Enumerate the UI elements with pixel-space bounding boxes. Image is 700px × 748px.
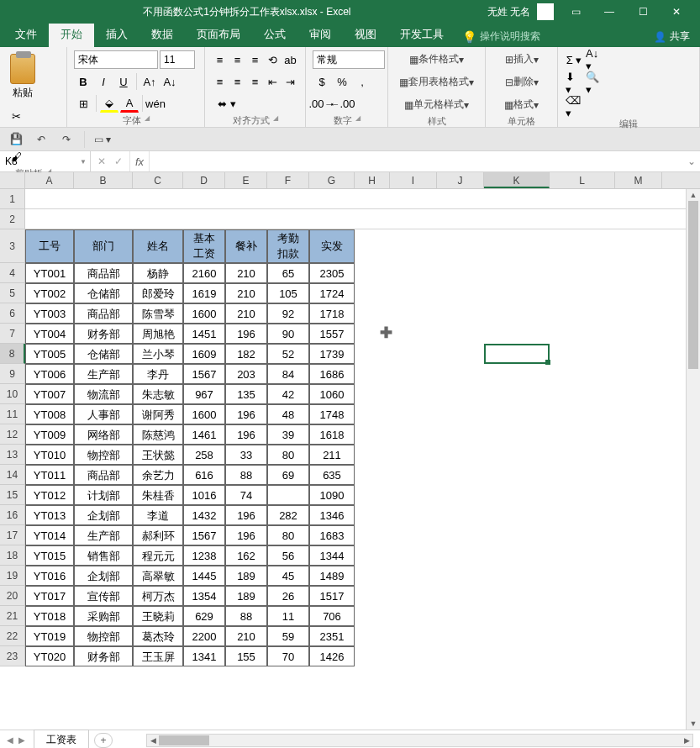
table-cell[interactable]: YT017 bbox=[25, 586, 74, 606]
table-cell[interactable]: 仓储部 bbox=[74, 283, 133, 303]
table-cell[interactable]: 计划部 bbox=[74, 485, 133, 505]
row-header[interactable]: 13 bbox=[0, 445, 25, 465]
row-header[interactable]: 12 bbox=[0, 424, 25, 445]
increase-indent-icon[interactable]: ⇥ bbox=[282, 72, 298, 91]
table-cell[interactable]: 88 bbox=[225, 606, 267, 626]
italic-icon[interactable]: I bbox=[94, 72, 113, 91]
table-cell[interactable]: 56 bbox=[267, 545, 309, 566]
format-cells-button[interactable]: ▦ 格式 ▾ bbox=[492, 96, 550, 113]
table-cell[interactable]: 135 bbox=[225, 384, 267, 404]
tab-data[interactable]: 数据 bbox=[139, 22, 185, 47]
table-cell[interactable]: 1238 bbox=[183, 545, 225, 566]
table-cell[interactable]: 1451 bbox=[183, 324, 225, 344]
cell-styles-button[interactable]: ▦ 单元格样式 ▾ bbox=[395, 96, 478, 113]
table-cell[interactable]: 2351 bbox=[309, 626, 355, 646]
table-header[interactable]: 餐补 bbox=[225, 229, 267, 263]
table-cell[interactable]: 网络部 bbox=[74, 424, 133, 445]
table-cell[interactable]: 80 bbox=[267, 445, 309, 465]
fx-icon[interactable]: fx bbox=[130, 151, 150, 171]
table-cell[interactable]: 90 bbox=[267, 324, 309, 344]
table-cell[interactable]: YT020 bbox=[25, 646, 74, 666]
table-cell[interactable]: 196 bbox=[225, 424, 267, 445]
sort-filter-icon[interactable]: A↓ ▾ bbox=[585, 50, 603, 69]
expand-formula-icon[interactable]: ⌄ bbox=[683, 151, 700, 171]
table-cell[interactable]: 李道 bbox=[133, 505, 183, 525]
table-cell[interactable]: 1426 bbox=[309, 646, 355, 666]
font-color-icon[interactable]: A bbox=[120, 94, 139, 113]
save-icon[interactable]: 💾 bbox=[7, 130, 25, 149]
table-cell[interactable]: 1683 bbox=[309, 525, 355, 545]
scroll-up-icon[interactable]: ▲ bbox=[687, 189, 700, 201]
table-cell[interactable]: 陈慈鸿 bbox=[133, 424, 183, 445]
insert-cells-button[interactable]: ⊞ 插入 ▾ bbox=[492, 50, 550, 68]
row-header[interactable]: 14 bbox=[0, 465, 25, 485]
table-cell[interactable]: 84 bbox=[267, 364, 309, 384]
table-cell[interactable]: 企划部 bbox=[74, 566, 133, 586]
table-cell[interactable]: 销售部 bbox=[74, 545, 133, 566]
align-center-icon[interactable]: ≡ bbox=[229, 72, 245, 91]
align-middle-icon[interactable]: ≡ bbox=[229, 50, 245, 69]
increase-font-icon[interactable]: A↑ bbox=[140, 72, 159, 91]
table-cell[interactable]: YT011 bbox=[25, 465, 74, 485]
table-cell[interactable]: 210 bbox=[225, 263, 267, 283]
underline-icon[interactable]: U bbox=[114, 72, 133, 91]
row-header[interactable]: 15 bbox=[0, 485, 25, 505]
table-cell[interactable]: 210 bbox=[225, 283, 267, 303]
table-cell[interactable]: YT010 bbox=[25, 445, 74, 465]
table-cell[interactable]: 189 bbox=[225, 566, 267, 586]
table-cell[interactable]: 企划部 bbox=[74, 505, 133, 525]
table-cell[interactable]: 69 bbox=[267, 465, 309, 485]
maximize-icon[interactable]: ☐ bbox=[626, 0, 660, 24]
align-right-icon[interactable]: ≡ bbox=[247, 72, 263, 91]
table-cell[interactable]: 王玉屏 bbox=[133, 646, 183, 666]
tab-review[interactable]: 审阅 bbox=[297, 22, 343, 47]
table-cell[interactable]: 155 bbox=[225, 646, 267, 666]
table-cell[interactable]: 74 bbox=[225, 485, 267, 505]
vertical-scrollbar[interactable]: ▲ ▼ bbox=[686, 189, 700, 730]
tell-me-search[interactable]: 💡操作说明搜索 bbox=[455, 26, 547, 47]
table-cell[interactable]: 88 bbox=[225, 465, 267, 485]
col-header-F[interactable]: F bbox=[267, 172, 309, 188]
table-cell[interactable]: 宣传部 bbox=[74, 586, 133, 606]
table-cell[interactable]: YT015 bbox=[25, 545, 74, 566]
align-left-icon[interactable]: ≡ bbox=[212, 72, 228, 91]
table-cell[interactable]: 2200 bbox=[183, 626, 225, 646]
table-cell[interactable]: 1600 bbox=[183, 404, 225, 424]
orientation-icon[interactable]: ⟲ bbox=[265, 50, 281, 69]
formula-input[interactable] bbox=[150, 151, 683, 171]
table-cell[interactable]: 1461 bbox=[183, 424, 225, 445]
table-cell[interactable]: 1432 bbox=[183, 505, 225, 525]
table-cell[interactable]: 1557 bbox=[309, 324, 355, 344]
add-sheet-icon[interactable]: + bbox=[94, 733, 113, 748]
table-cell[interactable]: 1724 bbox=[309, 283, 355, 303]
col-header-D[interactable]: D bbox=[183, 172, 225, 188]
table-cell[interactable]: 朱桂香 bbox=[133, 485, 183, 505]
table-cell[interactable]: 92 bbox=[267, 303, 309, 324]
phonetic-icon[interactable]: wén bbox=[146, 94, 165, 113]
paste-button[interactable]: 粘贴 bbox=[7, 50, 39, 103]
table-cell[interactable]: 财务部 bbox=[74, 324, 133, 344]
dialog-launcher-icon[interactable]: ◢ bbox=[145, 114, 150, 127]
table-cell[interactable]: 1060 bbox=[309, 384, 355, 404]
table-cell[interactable]: 1718 bbox=[309, 303, 355, 324]
table-cell[interactable]: YT004 bbox=[25, 324, 74, 344]
undo-icon[interactable]: ↶ bbox=[32, 130, 50, 149]
row-header[interactable]: 5 bbox=[0, 283, 25, 303]
table-cell[interactable]: 周旭艳 bbox=[133, 324, 183, 344]
row-header[interactable]: 19 bbox=[0, 566, 25, 586]
row-header[interactable]: 6 bbox=[0, 303, 25, 324]
table-cell[interactable]: 1748 bbox=[309, 404, 355, 424]
table-cell[interactable]: YT002 bbox=[25, 283, 74, 303]
align-bottom-icon[interactable]: ≡ bbox=[247, 50, 263, 69]
table-cell[interactable]: 162 bbox=[225, 545, 267, 566]
table-cell[interactable]: 1686 bbox=[309, 364, 355, 384]
table-cell[interactable]: 1354 bbox=[183, 586, 225, 606]
table-cell[interactable]: 1341 bbox=[183, 646, 225, 666]
table-cell[interactable]: 182 bbox=[225, 344, 267, 364]
table-cell[interactable]: 1517 bbox=[309, 586, 355, 606]
delete-cells-button[interactable]: ⊟ 删除 ▾ bbox=[492, 73, 550, 91]
comma-icon[interactable]: , bbox=[353, 72, 371, 91]
table-cell[interactable]: 葛杰玲 bbox=[133, 626, 183, 646]
table-cell[interactable]: 李丹 bbox=[133, 364, 183, 384]
enter-formula-icon[interactable]: ✓ bbox=[114, 155, 123, 167]
